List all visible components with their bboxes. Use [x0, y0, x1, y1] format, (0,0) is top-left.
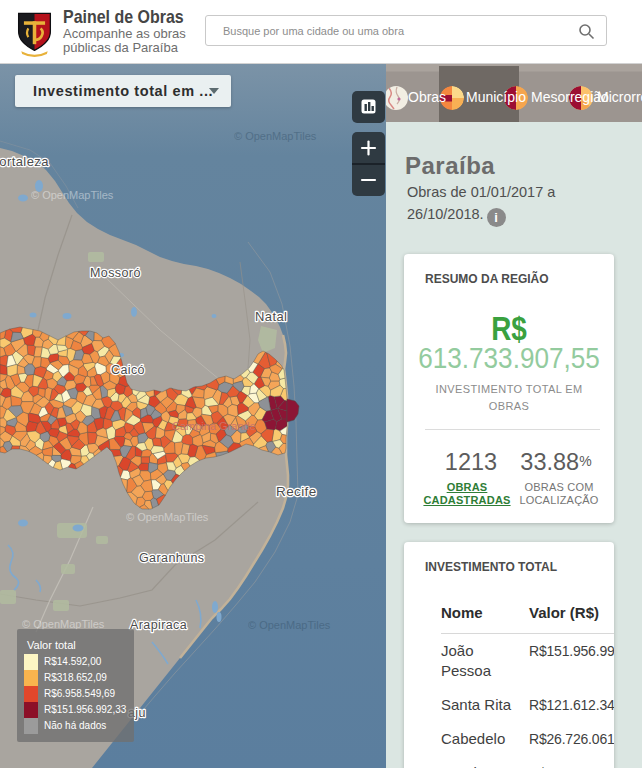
svg-text:Garanhuns: Garanhuns [139, 551, 204, 565]
svg-text:Natal: Natal [255, 309, 287, 324]
svg-text:Recife: Recife [276, 484, 317, 499]
svg-text:© OpenMapTiles: © OpenMapTiles [248, 619, 331, 631]
svg-text:Arapiraca: Arapiraca [130, 618, 187, 632]
svg-text:© OpenMapTiles: © OpenMapTiles [234, 130, 317, 142]
svg-text:Fortaleza: Fortaleza [0, 154, 49, 169]
svg-text:© OpenMapTiles: © OpenMapTiles [126, 511, 209, 523]
svg-text:Mossoró: Mossoró [90, 266, 141, 280]
svg-text:© OpenMapTiles: © OpenMapTiles [31, 189, 114, 201]
svg-text:Campina Grande: Campina Grande [172, 420, 256, 432]
svg-text:Caicó: Caicó [111, 363, 145, 377]
